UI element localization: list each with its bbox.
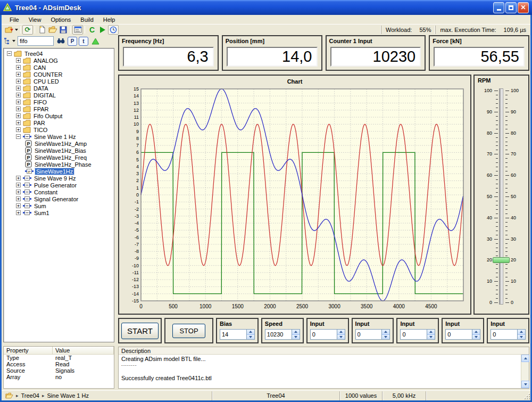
tree-item-sum[interactable]: +Sum [4, 202, 114, 209]
tree-item-par[interactable]: +PAR [4, 119, 114, 126]
tree-search-input[interactable] [18, 36, 54, 46]
run-button[interactable] [97, 25, 108, 35]
menu-item-file[interactable]: File [5, 15, 24, 24]
property-row-source[interactable]: SourceSignals [4, 367, 114, 374]
delta-button[interactable] [90, 36, 101, 46]
tree-item-digital[interactable]: +DIGITAL [4, 92, 114, 99]
tree-view-button[interactable] [3, 36, 16, 46]
spin-down-button[interactable] [382, 334, 389, 340]
property-row-access[interactable]: AccessRead [4, 361, 114, 367]
expand-icon[interactable]: + [16, 190, 21, 194]
input-input-6[interactable] [491, 330, 517, 339]
timer-button[interactable] [108, 25, 119, 35]
collapse-icon[interactable]: − [16, 134, 21, 139]
find-button[interactable] [55, 36, 66, 46]
tree-item-sine-wave-1-hz[interactable]: −Sine Wave 1 Hz [4, 133, 114, 140]
expand-icon[interactable]: + [16, 65, 21, 70]
tree-item-data[interactable]: +DATA [4, 85, 114, 92]
tree-item-tico[interactable]: +TICO [4, 126, 114, 133]
tree-item-cpu-led[interactable]: +CPU LED [4, 78, 114, 85]
expand-icon[interactable]: + [16, 93, 21, 97]
slider-thumb[interactable] [493, 257, 510, 263]
spin-up-button[interactable] [427, 330, 435, 334]
value-column-header[interactable]: Value [53, 347, 114, 354]
expand-icon[interactable]: + [16, 210, 21, 215]
tree-item-sine-wave-9-hz[interactable]: +Sine Wave 9 Hz [4, 175, 114, 182]
spin-up-button[interactable] [292, 330, 300, 334]
tree-item-counter[interactable]: +COUNTER [4, 71, 114, 78]
stop-button[interactable]: STOP [172, 324, 205, 338]
breadcrumb-item-sine-wave-1-hz[interactable]: Sine Wave 1 Hz [47, 392, 89, 399]
expand-icon[interactable]: + [16, 79, 21, 84]
spin-down-button[interactable] [292, 334, 300, 340]
expand-icon[interactable]: + [16, 120, 21, 125]
tree-item-can[interactable]: +CAN [4, 64, 114, 71]
property-column-header[interactable]: Property [4, 347, 53, 354]
open-model-button[interactable] [4, 25, 19, 35]
input-input-4[interactable] [401, 330, 427, 339]
tree-item-sinewave1hz-phase[interactable]: PSineWave1Hz_Phase [4, 161, 114, 168]
type-filter-button[interactable]: t [79, 37, 88, 46]
tree-item-sinewave1hz-bias[interactable]: PSineWave1Hz_Bias [4, 147, 114, 154]
menu-item-view[interactable]: View [24, 15, 46, 24]
expand-icon[interactable]: + [16, 127, 21, 132]
tree-item-sinewave1hz-amp[interactable]: PSineWave1Hz_Amp [4, 140, 114, 147]
chart-plot[interactable]: -15-14-13-12-11-10-9-8-7-6-5-4-3-2-10123… [122, 86, 468, 311]
resize-grip[interactable] [523, 393, 530, 399]
expand-icon[interactable]: + [16, 58, 21, 63]
spin-up-button[interactable] [247, 330, 254, 334]
scroll-up-button[interactable] [521, 355, 529, 362]
spin-down-button[interactable] [472, 334, 480, 340]
property-row-type[interactable]: Typereal_T [4, 355, 114, 361]
tree-item-fifo-output[interactable]: +Fifo Output [4, 112, 114, 119]
expand-icon[interactable]: + [16, 100, 21, 104]
expand-icon[interactable]: + [16, 72, 21, 77]
start-button[interactable]: START [121, 323, 159, 339]
spin-up-button[interactable] [472, 330, 480, 334]
menu-item-build[interactable]: Build [76, 15, 98, 24]
slider-track[interactable] [499, 88, 503, 305]
tree-item-constant[interactable]: +Constant [4, 188, 114, 195]
speed-input-1[interactable] [265, 330, 292, 339]
breadcrumb-item-tree04[interactable]: Tree04 [21, 392, 39, 399]
properties-window-button[interactable] [72, 25, 83, 35]
expand-icon[interactable]: + [16, 113, 21, 118]
tree-item-sinewave1hz-freq[interactable]: PSineWave1Hz_Freq [4, 154, 114, 161]
minimize-button[interactable] [493, 2, 504, 13]
spin-up-button[interactable] [382, 330, 389, 334]
menu-item-help[interactable]: Help [98, 15, 120, 24]
tree-item-sum1[interactable]: +Sum1 [4, 209, 114, 216]
maximize-button[interactable] [505, 2, 517, 13]
spin-down-button[interactable] [427, 334, 435, 340]
tree-item-sinewave1hz[interactable]: SineWave1Hz [4, 168, 114, 175]
save-button[interactable] [58, 25, 69, 35]
compile-button[interactable]: C [87, 25, 97, 35]
expand-icon[interactable]: + [16, 86, 21, 91]
tree-item-tree04[interactable]: −Tree04 [4, 50, 114, 57]
open-folder-button[interactable] [47, 25, 58, 35]
tree-item-fifo[interactable]: +FIFO [4, 99, 114, 105]
description-scrollbar[interactable] [521, 355, 529, 388]
spin-up-button[interactable] [337, 330, 345, 334]
spin-up-button[interactable] [518, 330, 525, 334]
refresh-button[interactable]: ⟳ [22, 25, 33, 35]
bias-input-0[interactable] [220, 330, 246, 339]
input-input-2[interactable] [311, 330, 337, 339]
menu-item-options[interactable]: Options [46, 15, 76, 24]
spin-down-button[interactable] [247, 334, 254, 340]
new-file-button[interactable] [37, 25, 47, 35]
tree-item-pulse-generator[interactable]: +Pulse Generator [4, 182, 114, 188]
expand-icon[interactable]: + [16, 203, 21, 208]
input-input-3[interactable] [356, 330, 382, 339]
expand-icon[interactable]: + [16, 176, 21, 181]
tree-item-signal-generator[interactable]: +Signal Generator [4, 195, 114, 202]
param-filter-button[interactable]: P [68, 37, 77, 46]
expand-icon[interactable]: + [16, 196, 21, 201]
property-row-array[interactable]: Arrayno [4, 374, 114, 380]
spin-down-button[interactable] [337, 334, 345, 340]
expand-icon[interactable]: + [16, 106, 21, 111]
tree-item-fpar[interactable]: +FPAR [4, 105, 114, 112]
collapse-icon[interactable]: − [7, 51, 12, 56]
tree-item-analog[interactable]: +ANALOG [4, 57, 114, 64]
close-button[interactable]: ✕ [518, 2, 529, 13]
